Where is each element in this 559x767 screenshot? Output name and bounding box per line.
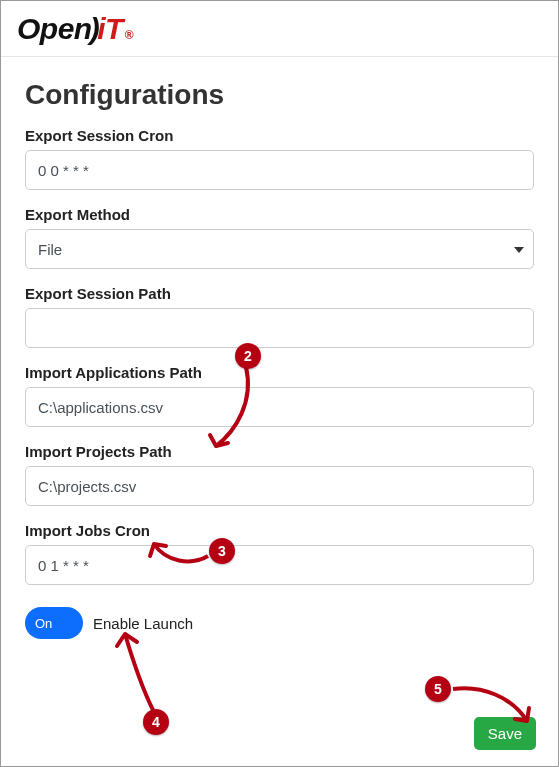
input-export-session-path[interactable] [25,308,534,348]
label-export-session-cron: Export Session Cron [25,127,534,144]
annotation-bubble-3: 3 [209,538,235,564]
select-export-method-wrap: File [25,229,534,269]
annotation-bubble-4: 4 [143,709,169,735]
input-import-applications-path[interactable] [25,387,534,427]
toggle-enable-launch[interactable]: On [25,607,83,639]
label-import-applications-path: Import Applications Path [25,364,534,381]
page-title: Configurations [25,79,534,111]
brand-logo: Open ) iT ® [17,14,133,44]
label-import-projects-path: Import Projects Path [25,443,534,460]
app-frame: Open ) iT ® Configurations Export Sessio… [0,0,559,767]
toggle-label: Enable Launch [93,615,193,632]
label-export-session-path: Export Session Path [25,285,534,302]
brand-registered: ® [125,29,133,41]
label-export-method: Export Method [25,206,534,223]
input-export-session-cron[interactable] [25,150,534,190]
enable-launch-row: On Enable Launch [25,607,534,639]
brand-open: Open [17,14,92,44]
save-button[interactable]: Save [474,717,536,750]
label-import-jobs-cron: Import Jobs Cron [25,522,534,539]
brand-it: iT [97,14,123,44]
content-area: Configurations Export Session Cron Expor… [1,57,558,661]
toggle-state-text: On [35,616,52,631]
annotation-bubble-2: 2 [235,343,261,369]
input-import-projects-path[interactable] [25,466,534,506]
input-import-jobs-cron[interactable] [25,545,534,585]
select-export-method[interactable]: File [25,229,534,269]
app-header: Open ) iT ® [1,1,558,57]
annotation-bubble-5: 5 [425,676,451,702]
